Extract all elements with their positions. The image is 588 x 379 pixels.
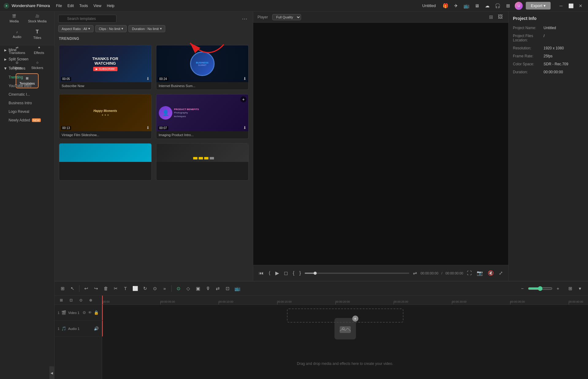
rotate-button[interactable]: ↻ — [141, 284, 149, 293]
fullscreen-button[interactable]: ⛶ — [466, 270, 473, 277]
clips-filter[interactable]: Clips : No limit ▾ — [95, 25, 127, 32]
download-icon-3[interactable]: ⬇ — [146, 125, 150, 130]
player-area: Player Full Quality ⊞ 🖼 ⏮ ⟨ ▶ ◻ { — [253, 12, 508, 281]
menu-tools[interactable]: Tools — [79, 4, 88, 8]
template-card-imaging-product[interactable]: 👤 PRODUCT BENEFITS Photography technique… — [156, 94, 249, 139]
snap-to-timeline[interactable]: ⊞ — [57, 296, 66, 304]
settings-button[interactable]: ⤢ — [498, 270, 504, 277]
template-card-partial-1[interactable] — [59, 143, 152, 181]
monitor-icon[interactable]: 🖥 — [473, 2, 480, 10]
download-icon-4[interactable]: ⬇ — [243, 125, 246, 130]
sidebar-group-templates[interactable]: ▶ Templates — [0, 64, 54, 73]
crop-button[interactable]: ⬜ — [131, 284, 139, 293]
redo-button[interactable]: ↪ — [92, 284, 100, 293]
grid-icon[interactable]: ⊞ — [504, 2, 512, 10]
mute-button[interactable]: 🔇 — [487, 270, 495, 277]
toolbar-item-media[interactable]: 🎬 Media — [5, 12, 24, 25]
ruler-tick-1 — [160, 301, 161, 304]
in-point-button[interactable]: { — [292, 270, 296, 277]
template-card-vintage-film[interactable]: Happy Moments ✦ ✦ ✦ 00:13 ⬇ Vintage Film… — [59, 94, 152, 139]
snap-clips[interactable]: ⊡ — [67, 296, 75, 304]
add-track[interactable]: ⊕ — [86, 296, 95, 304]
panel-search: 🔍 ⋯ — [55, 12, 253, 25]
text-button[interactable]: T — [121, 284, 130, 293]
loop-button[interactable]: ⇌ — [412, 270, 418, 277]
sidebar-item-youtube-intro[interactable]: YouTube Intro — [0, 82, 54, 90]
clip-button[interactable]: ▣ — [194, 284, 202, 293]
template-card-internet-business[interactable]: BUSINESS SUMMIT 00:24 ⬇ Internet Busines… — [156, 45, 249, 90]
out-point-button[interactable]: } — [298, 270, 302, 277]
template-card-partial-2[interactable] — [156, 143, 249, 181]
more-options-button[interactable]: ⋯ — [240, 15, 249, 23]
aspect-ratio-filter[interactable]: Aspect Ratio : All ▾ — [58, 25, 94, 32]
progress-thumb[interactable] — [314, 272, 317, 275]
skip-back-button[interactable]: ⏮ — [258, 270, 265, 277]
quality-select[interactable]: Full Quality — [272, 14, 301, 20]
sidebar-group-mine[interactable]: ▶ Mine — [0, 45, 54, 55]
image-view-button[interactable]: 🖼 — [497, 13, 504, 21]
marker-button[interactable]: ⊙ — [174, 284, 183, 293]
collapse-sidebar-button[interactable]: ◀ — [49, 366, 54, 379]
play-button[interactable]: ▶ — [274, 270, 280, 277]
sidebar-item-business-intro[interactable]: Business Intro — [0, 99, 54, 107]
download-icon[interactable]: ⬇ — [146, 76, 150, 81]
zoom-slider[interactable] — [528, 286, 552, 291]
delete-button[interactable]: 🗑 — [101, 284, 110, 293]
headset-icon[interactable]: 🎧 — [494, 2, 501, 10]
thumb-vintage: Happy Moments ✦ ✦ ✦ 00:13 ⬇ — [59, 94, 151, 131]
speed-button[interactable]: ⊙ — [151, 284, 159, 293]
gift-icon[interactable]: 🎁 — [442, 2, 449, 10]
sidebar-item-newly-added[interactable]: Newly Added NEW — [0, 116, 54, 124]
user-avatar[interactable]: U — [515, 2, 523, 10]
sidebar-item-cinematic[interactable]: Cinematic I... — [0, 90, 54, 99]
cloud-icon[interactable]: ☁ — [483, 2, 491, 10]
menu-view[interactable]: View — [94, 4, 101, 8]
maximize-button[interactable]: ⬜ — [567, 2, 575, 10]
media-icon: 🎬 — [12, 14, 16, 18]
transition-btn[interactable]: ⇄ — [213, 284, 222, 293]
lock-tracks[interactable]: ⊙ — [77, 296, 85, 304]
record-button[interactable]: 🎙 — [204, 284, 212, 293]
player-progress-bar[interactable] — [305, 273, 409, 274]
more-tools-button[interactable]: » — [160, 284, 169, 293]
select-tool-button[interactable]: ⊞ — [58, 284, 67, 293]
video-track-eye-icon[interactable]: 👁 — [88, 310, 92, 315]
download-icon-2[interactable]: ⬇ — [243, 76, 246, 81]
export-button[interactable]: Export ▾ — [526, 2, 551, 10]
timeline-settings-button[interactable]: ▾ — [576, 284, 584, 293]
minimize-button[interactable]: ─ — [557, 2, 565, 10]
stop-button[interactable]: ◻ — [283, 270, 289, 277]
toolbar-item-audio[interactable]: ♪ Audio — [8, 28, 27, 41]
close-button[interactable]: ✕ — [576, 2, 585, 10]
audio-track-volume-icon[interactable]: 🔊 — [94, 326, 99, 331]
frame-back-button[interactable]: ⟨ — [267, 270, 272, 277]
keyframe-button[interactable]: ◇ — [184, 284, 193, 293]
zoom-in-button[interactable]: + — [554, 284, 562, 293]
undo-button[interactable]: ↩ — [82, 284, 90, 293]
cut-button[interactable]: ✂ — [111, 284, 120, 293]
sidebar-item-trending[interactable]: Trending — [0, 73, 54, 82]
toolbar-item-stock-media[interactable]: 🎥 Stock Media — [25, 12, 50, 25]
pip-button[interactable]: ⊡ — [223, 284, 232, 293]
grid-view-button[interactable]: ⊞ — [488, 13, 494, 21]
menu-edit[interactable]: Edit — [67, 4, 74, 8]
timeline-grid-button[interactable]: ⊞ — [566, 284, 575, 293]
menu-file[interactable]: File — [56, 4, 62, 8]
template-card-subscribe-now[interactable]: THANKS FORWATCHING ▶SUBSCRIBE 00:05 ⬇ Su… — [59, 45, 152, 90]
zoom-out-button[interactable]: − — [518, 284, 527, 293]
search-input[interactable] — [58, 15, 116, 23]
snapshot-button[interactable]: 📷 — [475, 270, 484, 277]
sidebar-item-logo-reveal[interactable]: Logo Reveal — [0, 107, 54, 116]
video-track-settings-icon[interactable]: ⚙ — [82, 310, 86, 315]
send-icon[interactable]: ✈ — [452, 2, 460, 10]
trim-tool-button[interactable]: ↖ — [68, 284, 77, 293]
screen-icon[interactable]: 📺 — [463, 2, 470, 10]
duration-filter[interactable]: Duration : No limit ▾ — [128, 25, 165, 32]
screen-rec-button[interactable]: 📺 — [233, 284, 242, 293]
menu-help[interactable]: Help — [107, 4, 115, 8]
sidebar-group-split-screen[interactable]: ▶ Split Screen — [0, 55, 54, 64]
info-row-duration: Duration: 00:00:00:00 — [513, 70, 584, 74]
toolbar-item-titles[interactable]: T Titles — [28, 27, 47, 42]
video-track-lock-icon[interactable]: 🔒 — [94, 310, 99, 315]
player-controls: ⏮ ⟨ ▶ ◻ { } ⇌ 00:00:00:00 / 00:00:00:00 … — [253, 265, 508, 281]
